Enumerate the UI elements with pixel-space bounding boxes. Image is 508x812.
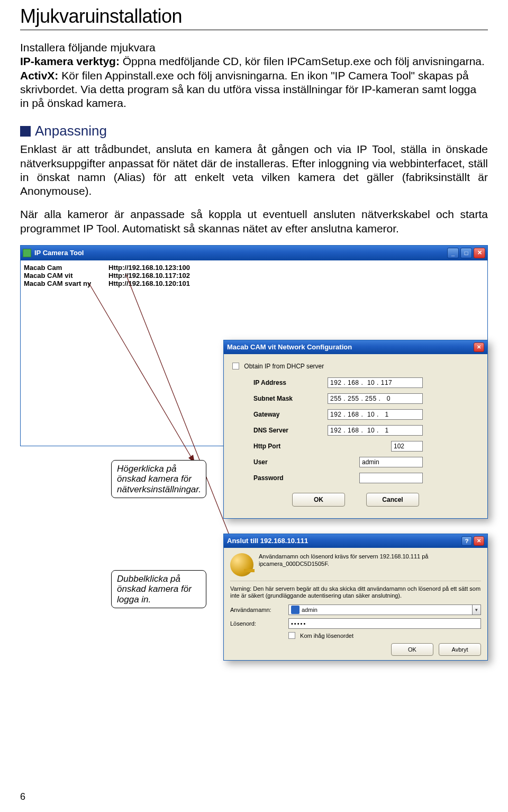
auth-titlebar[interactable]: Anslut till 192.168.10.111 ? ✕ (224, 534, 487, 548)
ok-button[interactable]: OK (391, 643, 433, 656)
tool-row[interactable]: Macab Cam Http://192.168.10.123:100 (24, 264, 484, 272)
input-password[interactable] (359, 473, 423, 483)
screenshot-composite: IP Camera Tool _ □ ✕ Macab Cam Http://19… (20, 245, 488, 661)
label-dns: DNS Server (253, 427, 328, 434)
intro-block: Installera följande mjukvara IP-kamera v… (20, 41, 488, 110)
auth-user-combo[interactable]: admin ▾ (288, 605, 481, 615)
checkbox-icon[interactable] (288, 632, 295, 639)
label-user: User (253, 458, 328, 466)
auth-pass-input[interactable] (288, 618, 481, 629)
dhcp-label: Obtain IP from DHCP server (244, 363, 324, 370)
auth-pass-label: Lösenord: (230, 620, 288, 627)
input-port[interactable] (391, 441, 423, 452)
netcfg-title-text: Macab CAM vit Network Configuration (227, 343, 352, 351)
camera-url: Http://192.168.10.120:101 (108, 279, 190, 287)
intro-tool-text: Öppna medföljande CD, kör filen IPCamSet… (120, 55, 485, 67)
remember-row[interactable]: Kom ihåg lösenordet (288, 632, 481, 639)
page-number: 6 (20, 791, 25, 802)
intro-activx-label: ActivX: (20, 69, 58, 82)
checkbox-icon[interactable] (232, 363, 239, 369)
network-config-dialog: Macab CAM vit Network Configuration ✕ Ob… (223, 340, 488, 519)
auth-warning: Varning: Den här servern begär att du sk… (230, 585, 481, 599)
section-square-icon (20, 126, 31, 137)
intro-activx-text: Kör filen Appinstall.exe och följ anvisn… (20, 69, 476, 110)
minimize-button[interactable]: _ (447, 248, 459, 258)
callout-right-click: Högerklicka på önskad kamera för nätverk… (111, 460, 206, 499)
paragraph-1: Enklast är att trådbundet, ansluta en ka… (20, 142, 488, 198)
auth-title-text: Anslut till 192.168.10.111 (227, 537, 308, 545)
cancel-button[interactable]: Cancel (366, 493, 419, 507)
label-mask: Subnet Mask (253, 395, 328, 402)
user-icon (291, 606, 300, 614)
input-mask[interactable] (328, 393, 423, 404)
label-gateway: Gateway (253, 411, 328, 418)
label-ip: IP Address (253, 379, 328, 386)
close-icon[interactable]: ✕ (474, 342, 484, 352)
tool-row[interactable]: Macab CAM vit Http://192.168.10.117:102 (24, 272, 484, 279)
input-user[interactable] (359, 457, 423, 467)
paragraph-2: När alla kameror är anpassade så koppla … (20, 207, 488, 236)
cancel-button[interactable]: Avbryt (439, 643, 481, 656)
chevron-down-icon[interactable]: ▾ (472, 605, 480, 615)
maximize-button[interactable]: □ (460, 248, 472, 258)
ok-button[interactable]: OK (292, 493, 345, 507)
intro-tool-label: IP-kamera verktyg: (20, 55, 120, 67)
intro-line1: Installera följande mjukvara (20, 41, 488, 55)
close-button[interactable]: ✕ (474, 248, 485, 258)
keys-icon (230, 553, 253, 576)
camera-url: Http://192.168.10.123:100 (108, 264, 190, 272)
title-rule (20, 30, 488, 30)
section-heading-text: Anpassning (35, 123, 107, 139)
section-heading: Anpassning (20, 123, 488, 139)
input-dns[interactable] (328, 425, 423, 436)
close-icon[interactable]: ✕ (474, 536, 484, 546)
tool-titlebar[interactable]: IP Camera Tool _ □ ✕ (21, 246, 487, 260)
camera-url: Http://192.168.10.117:102 (108, 272, 190, 279)
tool-app-icon (23, 249, 31, 257)
auth-user-label: Användarnamn: (230, 607, 288, 613)
tool-body: Macab Cam Http://192.168.10.123:100 Maca… (21, 260, 487, 291)
remember-label: Kom ihåg lösenordet (300, 633, 353, 639)
label-port: Http Port (253, 443, 328, 450)
label-password: Password (253, 474, 328, 482)
tool-row[interactable]: Macab CAM svart ny Http://192.168.10.120… (24, 279, 484, 287)
camera-name: Macab CAM svart ny (24, 279, 108, 287)
camera-name: Macab Cam (24, 264, 108, 272)
netcfg-titlebar[interactable]: Macab CAM vit Network Configuration ✕ (224, 340, 487, 354)
auth-message: Användarnamn och lösenord krävs för serv… (259, 553, 481, 576)
auth-dialog: Anslut till 192.168.10.111 ? ✕ Användarn… (223, 534, 488, 661)
input-ip[interactable] (328, 377, 423, 388)
camera-name: Macab CAM vit (24, 272, 108, 279)
auth-user-value: admin (302, 607, 472, 613)
help-icon[interactable]: ? (461, 536, 472, 546)
tool-title-text: IP Camera Tool (34, 249, 84, 257)
input-gateway[interactable] (328, 409, 423, 420)
page-title: Mjukvaruinstallation (20, 5, 488, 28)
dhcp-checkbox-row[interactable]: Obtain IP from DHCP server (232, 363, 479, 370)
callout-double-click: Dubbelklicka på önskad kamera för logga … (111, 570, 206, 609)
